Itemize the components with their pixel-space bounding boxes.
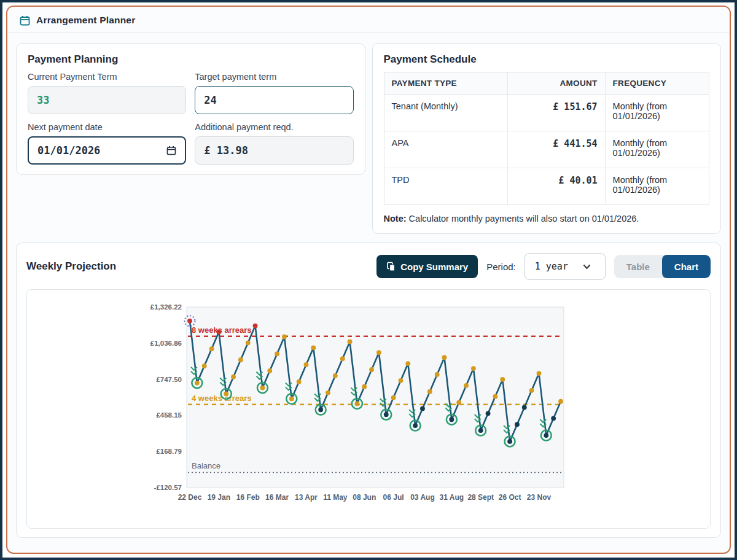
next-payment-date-input[interactable] (37, 144, 166, 157)
copy-summary-button[interactable]: Copy Summary (376, 255, 478, 278)
column-header-frequency: FREQUENCY (605, 72, 709, 95)
data-point[interactable] (362, 384, 367, 389)
data-point[interactable] (435, 372, 440, 377)
copy-summary-label: Copy Summary (400, 262, 468, 272)
data-point[interactable] (275, 351, 279, 356)
data-point[interactable] (216, 330, 221, 335)
note-text: Calculator monthly payments will also st… (409, 214, 639, 224)
x-axis-tick-label: 11 May (323, 493, 348, 502)
period-select[interactable]: 1 year (524, 253, 606, 280)
data-point[interactable] (405, 361, 410, 366)
data-point[interactable] (456, 400, 461, 405)
x-axis-tick-label: 16 Mar (265, 493, 289, 502)
additional-payment-input[interactable] (204, 144, 344, 157)
chart-view-button[interactable]: Chart (662, 255, 711, 278)
data-point[interactable] (231, 375, 236, 379)
y-axis-tick-label: £747.50 (156, 376, 182, 383)
content-area: Payment Planning Current Payment Term Ta… (7, 33, 730, 538)
data-point[interactable] (333, 373, 338, 378)
column-header-payment-type: PAYMENT TYPE (384, 72, 507, 95)
table-view-button[interactable]: Table (614, 255, 662, 278)
data-point[interactable] (420, 406, 425, 411)
data-point[interactable] (326, 391, 330, 395)
x-axis-tick-label: 28 Sept (467, 493, 494, 502)
data-point[interactable] (427, 389, 432, 394)
payment-type-cell: Tenant (Monthly) (384, 95, 507, 131)
view-toggle: Table Chart (614, 255, 711, 278)
data-point[interactable] (442, 355, 447, 360)
data-point[interactable] (304, 362, 309, 367)
data-point[interactable] (522, 405, 527, 410)
data-point[interactable] (384, 412, 389, 417)
data-point[interactable] (399, 378, 404, 383)
current-payment-term-input-wrap (28, 86, 186, 114)
current-payment-term-input[interactable] (37, 94, 177, 106)
data-point[interactable] (471, 366, 476, 371)
data-point[interactable] (348, 340, 353, 344)
data-point[interactable] (246, 340, 251, 345)
data-point[interactable] (558, 399, 563, 404)
payment-schedule-table: PAYMENT TYPE AMOUNT FREQUENCY Tenant (Mo… (384, 72, 710, 205)
data-point[interactable] (500, 377, 505, 382)
data-point[interactable] (340, 356, 345, 361)
data-point[interactable] (529, 388, 534, 393)
data-point[interactable] (376, 350, 381, 355)
data-point[interactable] (318, 407, 323, 412)
calendar-icon[interactable] (166, 146, 176, 155)
arrangement-planner-window: Arrangement Planner Payment Planning Cur… (6, 6, 731, 554)
y-axis-tick-label: £1,326.22 (150, 303, 182, 311)
schedule-note: Note: Calculator monthly payments will a… (384, 214, 710, 224)
data-point[interactable] (478, 428, 483, 433)
data-point[interactable] (238, 357, 243, 362)
period-label: Period: (486, 262, 516, 272)
data-point[interactable] (282, 335, 287, 340)
payment-planning-card: Payment Planning Current Payment Term Ta… (16, 43, 365, 175)
calendar-icon (20, 15, 30, 26)
data-point[interactable] (289, 397, 294, 402)
projection-chart[interactable]: £1,326.22£1,036.86£747.50£458.15£168.79-… (34, 298, 705, 523)
data-point[interactable] (187, 319, 192, 324)
chevron-down-icon (583, 264, 591, 270)
data-point[interactable] (486, 411, 491, 416)
data-point[interactable] (551, 416, 556, 421)
data-point[interactable] (297, 379, 302, 384)
data-point[interactable] (267, 368, 272, 373)
table-row: TPD£ 40.01Monthly (from 01/01/2026) (384, 168, 709, 205)
eight_weeks_arrears-label: 8 weeks arrears (192, 325, 252, 335)
data-point[interactable] (202, 364, 207, 368)
frequency-cell: Monthly (from 01/01/2026) (605, 168, 709, 205)
target-payment-term-input-wrap (195, 86, 353, 114)
data-point[interactable] (515, 422, 520, 427)
data-point[interactable] (413, 423, 418, 428)
weekly-projection-card: Weekly Projection Copy Summary Period: (16, 243, 721, 538)
note-label: Note: (384, 214, 407, 224)
data-point[interactable] (544, 433, 548, 438)
data-point[interactable] (253, 324, 258, 329)
data-point[interactable] (391, 395, 396, 400)
amount-cell: £ 441.54 (507, 131, 605, 168)
y-axis-tick-label: £168.79 (156, 448, 182, 455)
page-title: Arrangement Planner (36, 15, 135, 26)
x-axis-tick-label: 31 Aug (440, 493, 464, 502)
y-axis-tick-label: £458.15 (156, 411, 182, 419)
data-point[interactable] (354, 401, 359, 406)
target-payment-term-input[interactable] (204, 94, 344, 106)
data-point[interactable] (464, 383, 469, 388)
projection-chart-container: £1,326.22£1,036.86£747.50£458.15£168.79-… (26, 289, 711, 529)
data-point[interactable] (195, 381, 200, 386)
data-point[interactable] (209, 346, 214, 351)
amount-cell: £ 40.01 (507, 168, 605, 205)
target-payment-term-label: Target payment term (195, 72, 353, 82)
data-point[interactable] (224, 392, 228, 397)
weekly-projection-title: Weekly Projection (26, 260, 116, 273)
data-point[interactable] (493, 394, 498, 399)
data-point[interactable] (260, 386, 265, 391)
data-point[interactable] (507, 439, 512, 444)
data-point[interactable] (537, 371, 542, 376)
data-point[interactable] (449, 417, 454, 422)
data-point[interactable] (369, 367, 374, 372)
x-axis-tick-label: 19 Jan (208, 493, 230, 502)
x-axis-tick-label: 13 Apr (295, 493, 318, 502)
data-point[interactable] (311, 345, 316, 350)
current-payment-term-field: Current Payment Term (28, 72, 186, 114)
